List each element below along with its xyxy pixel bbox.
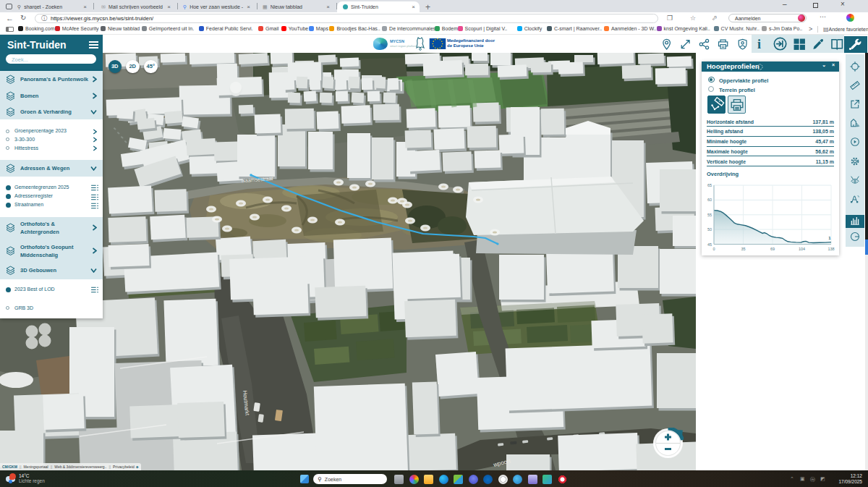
svg-text:0: 0 [712, 246, 715, 250]
svg-text:60: 60 [707, 198, 712, 202]
svg-text:55: 55 [707, 212, 712, 216]
svg-text:138: 138 [827, 246, 834, 250]
svg-text:104: 104 [799, 246, 805, 250]
svg-text:45: 45 [707, 242, 712, 246]
svg-text:69: 69 [770, 246, 775, 250]
svg-text:i: i [757, 37, 761, 51]
svg-text:50: 50 [707, 227, 712, 232]
svg-text:65: 65 [707, 183, 712, 187]
svg-text:35: 35 [741, 246, 745, 250]
